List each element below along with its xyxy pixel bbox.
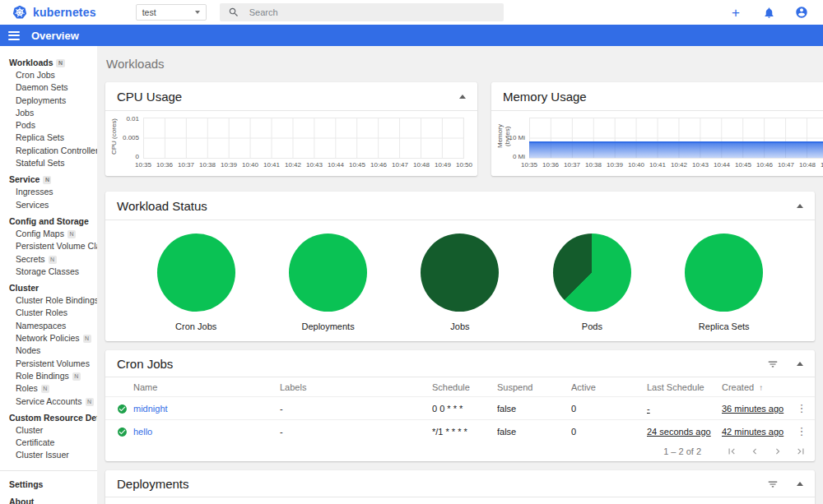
namespaced-badge: N xyxy=(41,385,49,393)
pagination-range: 1 – 2 of 2 xyxy=(663,446,701,456)
notifications-button[interactable] xyxy=(760,4,777,21)
col-name[interactable]: Name xyxy=(133,497,292,504)
namespaced-badge: N xyxy=(49,256,57,264)
col-images[interactable]: Images xyxy=(630,497,792,504)
cpu-usage-title: CPU Usage xyxy=(117,90,182,104)
sidebar-item-crd-cluster-issuer[interactable]: Cluster Issuer xyxy=(0,449,97,461)
sidebar-item-roles[interactable]: RolesN xyxy=(0,382,97,395)
namespace-selector[interactable]: test xyxy=(136,4,207,21)
memory-y-axis-label: Memory (bytes) xyxy=(496,114,504,159)
created-value[interactable]: 42 minutes ago xyxy=(722,427,783,437)
topbar-actions: + xyxy=(728,4,813,21)
memory-chart-plot: 10 Mi 0 Mi xyxy=(529,118,823,159)
cronjob-link[interactable]: hello xyxy=(133,427,152,437)
sidebar-item-persistent-volumes[interactable]: Persistent Volumes xyxy=(0,358,97,370)
user-menu-button[interactable] xyxy=(793,4,810,21)
cron-jobs-table: Name Labels Schedule Suspend Active Last… xyxy=(105,377,815,442)
col-created[interactable]: Created↑ xyxy=(722,377,792,397)
filter-icon[interactable] xyxy=(767,358,779,370)
col-active[interactable]: Active xyxy=(571,377,647,397)
sidebar-item-nodes[interactable]: Nodes xyxy=(0,344,97,357)
menu-toggle-button[interactable] xyxy=(8,31,20,40)
last-page-button[interactable] xyxy=(795,446,807,457)
sidebar-item-jobs[interactable]: Jobs xyxy=(0,107,97,119)
pie-chart xyxy=(157,234,235,312)
namespaced-badge: N xyxy=(86,398,94,406)
sidebar-item-about[interactable]: About xyxy=(0,493,97,504)
collapse-icon[interactable] xyxy=(797,482,803,486)
sidebar-section-config-and-storage[interactable]: Config and Storage xyxy=(0,215,97,228)
col-created[interactable]: Created↑ xyxy=(545,497,630,504)
sidebar-item-replication-controllers[interactable]: Replication Controllers xyxy=(0,145,97,157)
search-icon xyxy=(228,7,239,18)
cpu-y-axis-label: CPU (cores) xyxy=(110,114,119,159)
sidebar-item-cron-jobs[interactable]: Cron Jobs xyxy=(0,69,97,81)
col-last-schedule[interactable]: Last Schedule xyxy=(647,377,722,397)
col-suspend[interactable]: Suspend xyxy=(497,377,571,397)
collapse-icon[interactable] xyxy=(797,362,803,366)
col-labels[interactable]: Labels xyxy=(292,497,461,504)
sidebar-item-deployments[interactable]: Deployments xyxy=(0,95,97,107)
sidebar-item-storage-classes[interactable]: Storage Classes xyxy=(0,266,97,278)
status-pie-replica-sets: Replica Sets xyxy=(675,234,774,331)
filter-icon[interactable] xyxy=(767,479,779,490)
sidebar-item-settings[interactable]: Settings xyxy=(0,476,97,493)
sidebar-item-ingresses[interactable]: Ingresses xyxy=(0,186,97,198)
sidebar-item-secrets[interactable]: SecretsN xyxy=(0,253,97,266)
sidebar-item-persistent-volume-claims[interactable]: Persistent Volume ClaimsN xyxy=(0,240,97,252)
page-header-title: Overview xyxy=(31,30,79,42)
collapse-icon[interactable] xyxy=(797,204,803,208)
sidebar-item-role-bindings[interactable]: Role BindingsN xyxy=(0,370,97,382)
sidebar-item-crd-cluster[interactable]: Cluster xyxy=(0,424,97,437)
sidebar-item-network-policies[interactable]: Network PoliciesN xyxy=(0,332,97,344)
search-bar[interactable] xyxy=(220,3,504,21)
suspend-value: false xyxy=(497,427,516,437)
memory-usage-card: Memory Usage Memory (bytes) 10 Mi 0 Mi 1… xyxy=(491,82,823,176)
sidebar-item-stateful-sets[interactable]: Stateful Sets xyxy=(0,157,97,169)
deployments-title: Deployments xyxy=(117,477,189,491)
pie-chart xyxy=(685,234,763,312)
sidebar-item-daemon-sets[interactable]: Daemon Sets xyxy=(0,81,97,94)
sidebar-item-cluster-roles[interactable]: Cluster Roles xyxy=(0,307,97,319)
sidebar-item-replica-sets[interactable]: Replica Sets xyxy=(0,132,97,144)
last-schedule-value[interactable]: 24 seconds ago xyxy=(647,427,711,437)
status-pie-cron-jobs: Cron Jobs xyxy=(146,234,245,331)
sidebar-item-config-maps[interactable]: Config MapsN xyxy=(0,228,97,240)
memory-usage-title: Memory Usage xyxy=(503,90,587,104)
row-menu-button[interactable]: ⋮ xyxy=(792,425,811,437)
sidebar-section-workloads[interactable]: WorkloadsN xyxy=(0,56,97,69)
col-labels[interactable]: Labels xyxy=(280,377,432,397)
col-name[interactable]: Name xyxy=(133,377,280,397)
cpu-ytick: 0.01 xyxy=(126,115,139,123)
cronjob-link[interactable]: midnight xyxy=(133,404,168,414)
sidebar-item-crd-certificate[interactable]: Certificate xyxy=(0,437,97,449)
sidebar-section-cluster[interactable]: Cluster xyxy=(0,281,97,294)
status-pie-deployments: Deployments xyxy=(279,234,378,331)
col-pods[interactable]: Pods xyxy=(461,497,545,504)
kubernetes-logo[interactable]: kubernetes xyxy=(12,4,96,21)
sidebar-item-cluster-role-bindings[interactable]: Cluster Role Bindings xyxy=(0,294,97,307)
namespaced-badge: N xyxy=(67,230,76,238)
last-schedule-value[interactable]: - xyxy=(647,404,650,414)
workload-status-card: Workload Status Cron Jobs Deployments Jo… xyxy=(105,192,815,341)
namespace-value: test xyxy=(142,7,156,17)
status-ok-icon xyxy=(117,427,130,437)
logo-text: kubernetes xyxy=(33,6,96,19)
col-schedule[interactable]: Schedule xyxy=(432,377,497,397)
create-button[interactable]: + xyxy=(728,4,744,21)
created-value[interactable]: 36 minutes ago xyxy=(722,404,783,414)
sidebar-section-service[interactable]: ServiceN xyxy=(0,173,97,186)
sidebar-item-namespaces[interactable]: Namespaces xyxy=(0,320,97,332)
sidebar-item-service-accounts[interactable]: Service AccountsN xyxy=(0,395,97,408)
cpu-chart-plot: 0.01 0.005 0 xyxy=(143,118,464,159)
memory-ytick: 10 Mi xyxy=(509,134,525,141)
search-input[interactable] xyxy=(249,7,495,17)
collapse-icon[interactable] xyxy=(459,95,466,99)
row-menu-button[interactable]: ⋮ xyxy=(792,402,811,414)
first-page-button[interactable] xyxy=(726,446,737,457)
prev-page-button[interactable] xyxy=(749,446,760,457)
sidebar-section-custom-resource-definitions[interactable]: Custom Resource Definitions xyxy=(0,411,97,424)
sidebar-item-pods[interactable]: Pods xyxy=(0,119,97,132)
sidebar-item-services[interactable]: Services xyxy=(0,199,97,211)
next-page-button[interactable] xyxy=(772,446,783,457)
